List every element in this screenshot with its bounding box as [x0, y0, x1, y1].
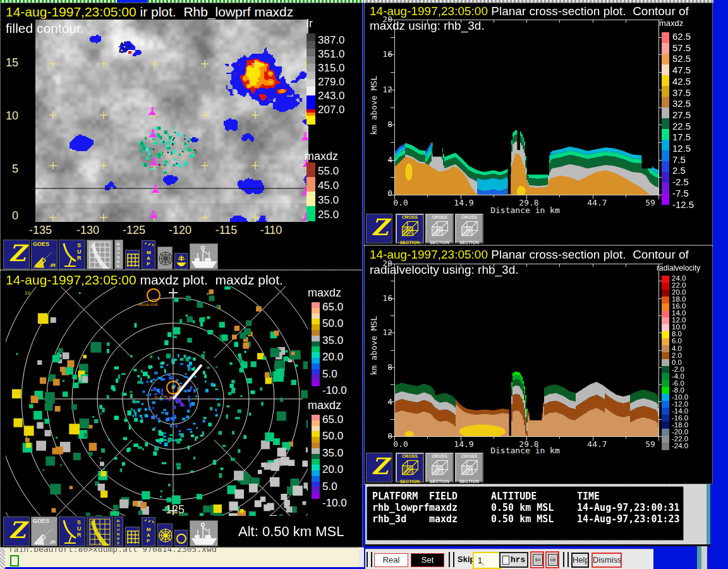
range-rings-button[interactable]: [157, 247, 173, 269]
colorbar-segment: [662, 331, 669, 339]
bounds-button[interactable]: BOUNDS: [114, 240, 123, 269]
surveillance-radar-button[interactable]: SUR: [59, 240, 85, 269]
z-glyph: Z: [9, 240, 25, 266]
colorbar-segment: [312, 380, 320, 386]
zeb-logo-button[interactable]: Z: [366, 453, 392, 482]
cross-label: CROSS: [456, 215, 482, 220]
cross-label: CROSS: [397, 454, 423, 459]
colorbar-segment: [662, 352, 669, 360]
zeb-logo-button[interactable]: Z: [366, 214, 392, 243]
origin-label: b-125.8: [155, 395, 172, 400]
colorbar-segment: [312, 493, 320, 498]
colorbar-segment: [662, 150, 669, 162]
zeb-logo-button[interactable]: Z: [3, 240, 30, 269]
buoy-button[interactable]: [174, 253, 188, 269]
title-text: Planar cross-section plot. Contour of: [488, 248, 689, 261]
colorbar-value: 55.0: [318, 165, 339, 178]
cube-icon: [428, 220, 452, 238]
axis-tick: [391, 315, 394, 316]
title-timestamp: 14-aug-1997,23:05:00: [6, 4, 136, 19]
ship-track-button[interactable]: [190, 243, 218, 269]
colorbar-segment: [662, 380, 669, 388]
window-edge-shadow: [365, 544, 710, 546]
cross-section-button-active[interactable]: CROSSSECTION: [396, 453, 424, 482]
map-label: MAP: [147, 527, 152, 544]
grid-button[interactable]: [125, 250, 140, 269]
section-label: SECTION: [427, 240, 452, 245]
map-button[interactable]: MAP: [142, 517, 155, 546]
skip-input[interactable]: [473, 552, 502, 569]
grip[interactable]: [567, 552, 569, 567]
rhi-radar-button[interactable]: [87, 240, 113, 269]
y-axis-tick-label: 15: [1, 56, 18, 70]
ship-track-button[interactable]: [190, 520, 218, 546]
colorbar-value: 27.5: [672, 109, 691, 120]
terminal-end-cap: [358, 548, 364, 567]
y-axis-tick-label: 16: [376, 49, 392, 59]
axis-tick: [494, 195, 494, 197]
real-time-button[interactable]: Real Time: [374, 553, 408, 567]
colorbar-segment: [306, 162, 315, 178]
map-button[interactable]: MAP: [142, 240, 155, 269]
table-cell: 14-Aug-97,23:00:31: [577, 502, 680, 513]
panel-title: 14-aug-1997,23:05:00 ir plot. Rhb_lowprf…: [6, 4, 293, 20]
range-rings-button[interactable]: [157, 523, 173, 546]
cross-section-button-active[interactable]: CROSSSECTION: [396, 214, 424, 243]
set-time-button[interactable]: Set Time: [411, 553, 444, 567]
axis-tick: [593, 20, 593, 23]
y-axis-tick-label: 12: [376, 85, 392, 94]
colorbar-segment: [662, 387, 669, 395]
goes-ir-button[interactable]: GOES.IR: [31, 517, 58, 546]
grip[interactable]: [449, 552, 450, 567]
cross-section-radialvelocity-canvas[interactable]: [395, 264, 659, 436]
colorbar-segment: [662, 193, 669, 205]
surveillance-radar-button[interactable]: SUR: [59, 517, 85, 546]
terminal-strip[interactable]: rain.beaufort:80>xdump.all 970814.2305.x…: [5, 548, 358, 567]
south-longitude-label: -125: [156, 503, 190, 517]
dismiss-button[interactable]: Dismiss: [592, 553, 622, 568]
colorbar-value: 12.5: [672, 143, 691, 154]
hrs-label: hrs: [511, 555, 525, 565]
cross-section-button[interactable]: CROSSSECTION: [455, 214, 483, 243]
help-button[interactable]: Help: [571, 553, 589, 568]
step-back-button[interactable]: ⇦: [530, 551, 544, 568]
colorbar-segment: [662, 303, 669, 311]
step-forward-button[interactable]: ⇨: [545, 551, 559, 568]
grip[interactable]: [371, 552, 372, 567]
bounds-button[interactable]: BOUNDS: [114, 517, 123, 546]
grid-button[interactable]: [125, 527, 140, 546]
colorbar-segment: [662, 394, 669, 401]
colorbar-segment: [662, 64, 669, 76]
colorbar-segment: [662, 140, 669, 151]
colorbar-label: maxdz: [659, 18, 683, 28]
cross-section-button[interactable]: CROSSSECTION: [455, 453, 483, 482]
axis-tick: [626, 20, 626, 23]
zeb-logo-button[interactable]: Z: [3, 517, 30, 546]
grip[interactable]: [453, 552, 454, 567]
goes-ir-button[interactable]: GOES.IR: [31, 240, 58, 269]
hrs-button[interactable]: hrs: [499, 552, 528, 568]
colorbar-segment: [306, 95, 315, 110]
x-axis-tick-label: 44.7: [580, 198, 614, 207]
left-arrow-icon: ⇦: [533, 554, 543, 566]
grip[interactable]: [367, 552, 368, 567]
table-header-cell: PLATFORM: [372, 491, 418, 502]
ppi-radar-canvas[interactable]: [6, 286, 308, 516]
colorbar-segment: [662, 436, 669, 443]
cube-icon: [428, 459, 452, 477]
colorbar-segment: [662, 183, 669, 194]
section-label: SECTION: [456, 479, 482, 484]
title-text: maxdz plot. maxdz plot.: [136, 272, 283, 287]
cross-section-maxdz-canvas[interactable]: [395, 20, 659, 195]
goes-label: GOES: [33, 241, 49, 247]
y-axis-tick-label: 0: [1, 209, 18, 223]
panel-title: 14-aug-1997,23:05:00 maxdz plot. maxdz p…: [6, 272, 283, 288]
cross-section-button[interactable]: CROSSSECTION: [425, 214, 454, 243]
title-text: Planar cross-section plot. Contour of: [488, 4, 689, 18]
x-axis-tick-label: 29.8: [512, 439, 546, 449]
rhi-radar-button[interactable]: [87, 517, 113, 546]
grip[interactable]: [563, 552, 564, 567]
satellite-image-canvas[interactable]: [35, 20, 308, 222]
cross-section-button[interactable]: CROSSSECTION: [425, 453, 454, 482]
circle-button[interactable]: [174, 530, 188, 546]
